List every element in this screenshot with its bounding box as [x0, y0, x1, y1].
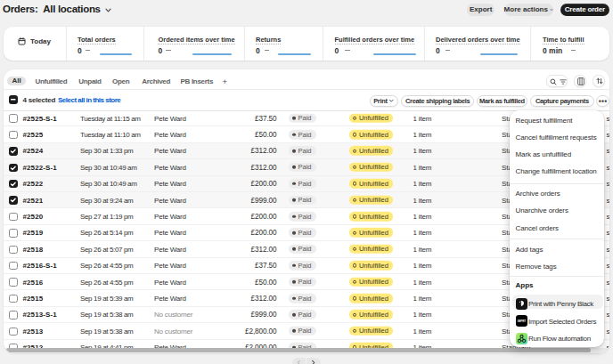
- svg-text:IMPRT: IMPRT: [517, 320, 526, 323]
